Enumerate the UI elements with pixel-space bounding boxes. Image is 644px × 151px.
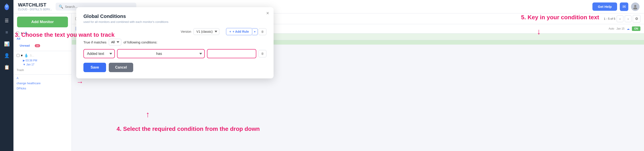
app-title: WATCHLIST: [18, 2, 52, 7]
distill-logo[interactable]: [3, 2, 11, 10]
condition-type-select[interactable]: Added text: [84, 49, 115, 58]
condition-row: Added text has 🗑: [84, 49, 266, 58]
save-button[interactable]: Save: [84, 63, 106, 72]
modal-title: Global Conditions: [84, 13, 266, 19]
sidebar-item-menu[interactable]: ≡: [2, 28, 11, 37]
modal-footer: Save Cancel: [84, 63, 266, 72]
annotation-step4: 4. Select the required condition from th…: [116, 126, 260, 132]
condition-value-input[interactable]: [207, 49, 256, 58]
monitor-date: ▼ Jan 17: [20, 62, 72, 67]
of-following-label: of following conditions:: [124, 40, 158, 44]
svg-point-4: [633, 7, 637, 9]
monitor-label-2: S...: [30, 54, 34, 57]
filter-dflicks[interactable]: DFlicks: [14, 86, 72, 91]
modal-subtitle: used for all monitors and combined with …: [84, 20, 266, 23]
version-label: Version: [181, 30, 191, 33]
global-conditions-modal: Global Conditions used for all monitors …: [76, 7, 274, 78]
cloud-icon: ☁: [627, 27, 630, 30]
modal-close-button[interactable]: ×: [266, 11, 269, 16]
add-rule-label: + Add Rule: [232, 30, 249, 33]
condition-op-select[interactable]: has: [117, 49, 205, 58]
sidebar-item-chart[interactable]: 📊: [2, 39, 11, 48]
top-right-actions: Get Help ✉: [592, 2, 640, 11]
user-avatar[interactable]: [631, 2, 640, 11]
add-rule-button[interactable]: + + Add Rule: [226, 28, 252, 35]
svg-point-3: [634, 5, 636, 7]
add-monitor-button[interactable]: Add Monitor: [17, 16, 68, 27]
settings-button[interactable]: ⚙: [633, 15, 640, 23]
search-icon: 🔍: [59, 4, 63, 9]
annotation-step5: 5. Key in your condition text: [521, 14, 599, 21]
monitor-checkbox-2[interactable]: [16, 54, 20, 57]
monitor-time: ▶ 03:38 PM: [20, 58, 72, 62]
row-date-1: Jan 15: [616, 27, 624, 30]
sidebar-item-users[interactable]: 👤: [2, 51, 11, 60]
match-condition-row: True if matches All of following conditi…: [84, 39, 266, 45]
cancel-button[interactable]: Cancel: [109, 63, 133, 72]
annotation-step3: 3. Choose the text you want to track: [15, 31, 114, 38]
get-help-button[interactable]: Get Help: [592, 2, 617, 11]
row-auto-label: Auto: [608, 27, 614, 30]
sidebar: ☰ ≡ 📊 👤 📋: [0, 0, 14, 151]
app-subtitle: CLOUD - DISTILL'S SERV...: [18, 8, 52, 11]
sidebar-item-home[interactable]: ☰: [2, 16, 11, 25]
match-select[interactable]: All: [109, 39, 121, 45]
watchlist-title-block: WATCHLIST CLOUD - DISTILL'S SERV...: [18, 2, 52, 11]
next-page-button[interactable]: ›: [625, 15, 632, 22]
monitor-icon-2: 💧: [24, 53, 28, 58]
mail-icon-button[interactable]: ✉: [620, 2, 628, 11]
filter-a[interactable]: A: [14, 75, 72, 81]
filter-unread[interactable]: Unread: [16, 43, 33, 49]
prev-page-button[interactable]: ‹: [617, 15, 623, 22]
status-badge-on[interactable]: ON: [632, 26, 640, 31]
filter-change-healthcare[interactable]: change healthcare: [14, 81, 72, 86]
pagination-info: 1 - 5 of 5: [604, 17, 615, 20]
sidebar-item-docs[interactable]: 📋: [2, 63, 11, 72]
pagination-controls: 1 - 5 of 5 ‹ › ⚙: [604, 15, 640, 23]
condition-delete-button[interactable]: 🗑: [258, 50, 266, 57]
add-rule-dropdown-button[interactable]: ▾: [252, 28, 258, 35]
true-if-label: True if matches: [84, 40, 106, 44]
plus-icon: +: [230, 30, 231, 33]
dropdown-2-icon: ▾: [21, 53, 23, 58]
unread-badge: 30: [35, 44, 40, 47]
version-select[interactable]: V1 (classic): [194, 28, 219, 35]
filter-trash[interactable]: Trash: [14, 67, 72, 73]
delete-rule-button[interactable]: 🗑: [258, 28, 266, 35]
